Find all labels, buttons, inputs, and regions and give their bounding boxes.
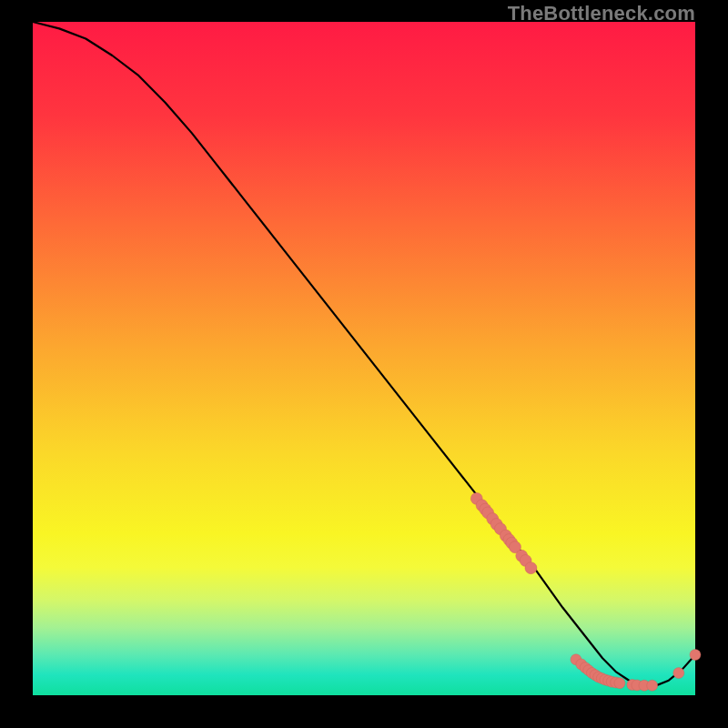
data-marker	[614, 678, 625, 689]
chart-svg	[33, 22, 695, 695]
data-marker	[525, 562, 537, 574]
plot-area	[33, 22, 695, 695]
data-marker	[690, 650, 701, 661]
marker-cluster-slope	[470, 492, 537, 573]
marker-cluster-min	[571, 650, 701, 692]
data-marker	[673, 668, 684, 679]
data-marker	[647, 680, 658, 691]
bottleneck-curve-line	[33, 22, 695, 686]
chart-frame: TheBottleneck.com	[0, 0, 728, 728]
